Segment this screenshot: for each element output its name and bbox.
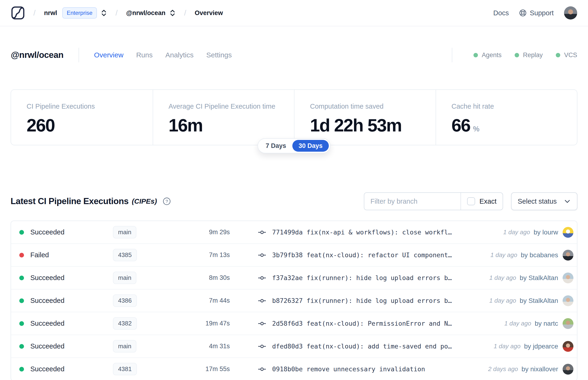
time-ago: 1 day ago: [489, 274, 516, 282]
cipe-row[interactable]: Succeeded main 8m 30s f37a32ae fix(runne…: [11, 267, 577, 289]
exact-toggle[interactable]: Exact: [461, 197, 503, 205]
commit-cell[interactable]: 0918b0be remove unnecessary invalidation: [258, 365, 488, 373]
stat-value: 66: [452, 115, 470, 135]
branch-cell: 4382: [102, 317, 161, 330]
breadcrumb-org[interactable]: nrwl: [44, 9, 57, 17]
meta-cell: 1 day ago by lourw: [503, 227, 577, 238]
status-label: Succeeded: [30, 320, 64, 327]
tab-settings[interactable]: Settings: [206, 51, 232, 59]
range-toggle: 7 Days 30 Days: [258, 138, 330, 153]
author-avatar[interactable]: [563, 250, 573, 261]
git-commit-icon: [258, 252, 266, 258]
commit-cell[interactable]: 3b79fb38 feat(nx-cloud): refactor UI com…: [258, 251, 490, 259]
stat-value: 260: [27, 115, 55, 135]
range-7-days-button[interactable]: 7 Days: [259, 140, 292, 152]
cipe-row[interactable]: Succeeded main 9m 29s 771499da fix(nx-ap…: [11, 221, 577, 244]
feature-badges: Agents Replay VCS: [452, 48, 577, 62]
branch-chip[interactable]: 4386: [113, 294, 137, 307]
feature-label: Agents: [482, 52, 501, 59]
status-cell: Succeeded: [11, 342, 102, 350]
cipes-controls: Exact Select status: [364, 192, 577, 210]
divider: [452, 48, 452, 62]
tab-runs[interactable]: Runs: [136, 51, 153, 59]
user-avatar[interactable]: [564, 6, 577, 19]
commit-message: b8726327 fix(runner): hide log upload er…: [272, 297, 452, 304]
stat-card-time-saved: Computation time saved 1d 22h 53m: [294, 90, 436, 145]
author-avatar[interactable]: [563, 295, 573, 306]
stat-card-avg-time: Average CI Pipeline Execution time 16m: [153, 90, 294, 145]
author-avatar[interactable]: [563, 318, 573, 329]
branch-chip[interactable]: main: [113, 272, 136, 284]
duration-cell: 19m 47s: [161, 320, 230, 327]
commit-cell[interactable]: dfed80d3 feat(nx-cloud): add time-saved …: [258, 342, 494, 350]
breadcrumb-separator: /: [33, 8, 36, 18]
stat-label: Average CI Pipeline Execution time: [169, 102, 289, 110]
status-cell: Succeeded: [11, 228, 102, 236]
status-label: Succeeded: [30, 342, 64, 350]
commit-cell[interactable]: f37a32ae fix(runner): hide log upload er…: [258, 274, 489, 282]
tab-analytics[interactable]: Analytics: [165, 51, 193, 59]
meta-cell: 1 day ago by StalkAltan: [489, 295, 577, 306]
author-label: by bcabanes: [521, 251, 558, 259]
time-ago: 1 day ago: [489, 297, 516, 304]
breadcrumb: / nrwl Enterprise / @nrwl/ocean / Overvi…: [25, 7, 223, 19]
svg-text:?: ?: [166, 199, 168, 204]
branch-chip[interactable]: 4382: [113, 317, 137, 330]
status-dot-icon: [19, 344, 24, 349]
branch-chip[interactable]: main: [113, 340, 136, 353]
org-switcher-button[interactable]: [101, 9, 107, 17]
status-select-button[interactable]: Select status: [511, 192, 577, 210]
status-dot-icon: [19, 276, 24, 280]
feature-label: Replay: [523, 52, 543, 59]
section-title: Latest CI Pipeline Executions: [11, 196, 129, 206]
feature-agents: Agents: [474, 52, 501, 59]
stat-suffix: %: [473, 125, 480, 133]
range-30-days-button[interactable]: 30 Days: [292, 140, 329, 152]
git-commit-icon: [258, 366, 266, 372]
branch-chip[interactable]: 4385: [113, 249, 137, 261]
stat-value: 16m: [169, 115, 203, 135]
workspace-header: @nrwl/ocean Overview Runs Analytics Sett…: [0, 47, 588, 63]
branch-chip[interactable]: 4381: [113, 363, 137, 375]
top-right-nav: Docs Support: [493, 6, 577, 19]
commit-message: 3b79fb38 feat(nx-cloud): refactor UI com…: [272, 251, 452, 259]
branch-chip[interactable]: main: [113, 226, 136, 238]
author-avatar[interactable]: [563, 272, 573, 283]
status-dot-icon: [19, 253, 24, 258]
author-avatar[interactable]: [563, 227, 573, 238]
commit-cell[interactable]: b8726327 fix(runner): hide log upload er…: [258, 297, 489, 304]
breadcrumb-workspace[interactable]: @nrwl/ocean: [126, 9, 165, 17]
divider: [78, 48, 79, 62]
exact-checkbox[interactable]: [467, 197, 475, 205]
feature-label: VCS: [564, 52, 577, 59]
cipe-row[interactable]: Succeeded 4382 19m 47s 2d58f6d3 feat(nx-…: [11, 312, 577, 335]
git-commit-icon: [258, 343, 266, 349]
author-avatar[interactable]: [563, 341, 573, 352]
cipe-row[interactable]: Failed 4385 7m 13s 3b79fb38 feat(nx-clou…: [11, 244, 577, 267]
lifebuoy-icon: [519, 9, 527, 17]
cipe-row[interactable]: Succeeded 4381 17m 55s 0918b0be remove u…: [11, 358, 577, 380]
support-link[interactable]: Support: [519, 9, 554, 17]
status-dot-icon: [19, 230, 24, 235]
page-title: @nrwl/ocean: [11, 50, 63, 60]
meta-cell: 1 day ago by nartc: [504, 318, 577, 329]
docs-link[interactable]: Docs: [493, 9, 509, 17]
nx-cloud-logo[interactable]: [11, 6, 25, 20]
feature-replay: Replay: [515, 52, 543, 59]
green-dot-icon: [556, 53, 560, 57]
commit-cell[interactable]: 771499da fix(nx-api & workflows): close …: [258, 228, 503, 236]
commit-cell[interactable]: 2d58f6d3 feat(nx-cloud): PermissionError…: [258, 320, 504, 327]
feature-vcs: VCS: [556, 52, 577, 59]
branch-filter-input[interactable]: [364, 193, 460, 210]
author-avatar[interactable]: [563, 364, 573, 375]
stat-cards: CI Pipeline Executions 260 Average CI Pi…: [11, 89, 577, 145]
meta-cell: 1 day ago by StalkAltan: [489, 272, 577, 283]
meta-cell: 1 day ago by bcabanes: [490, 250, 577, 261]
chevron-down-icon: [564, 198, 571, 205]
branch-cell: 4385: [102, 249, 161, 261]
cipe-row[interactable]: Succeeded main 4m 31s dfed80d3 feat(nx-c…: [11, 335, 577, 358]
cipe-row[interactable]: Succeeded 4386 7m 44s b8726327 fix(runne…: [11, 289, 577, 312]
workspace-switcher-button[interactable]: [169, 9, 176, 17]
tab-overview[interactable]: Overview: [94, 51, 123, 59]
help-icon[interactable]: ?: [163, 197, 171, 206]
